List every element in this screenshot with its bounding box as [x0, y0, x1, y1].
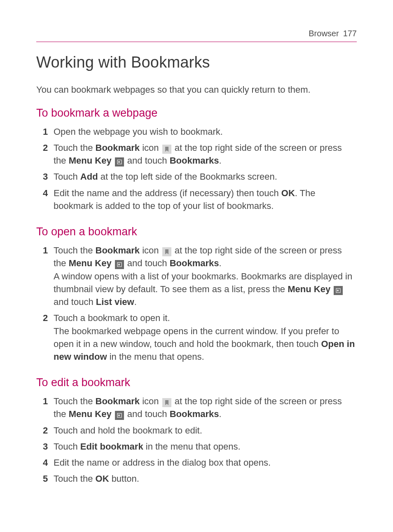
svg-rect-5 [337, 290, 339, 291]
s1-step-2: 2 Touch the Bookmark icon at the top rig… [36, 141, 357, 167]
section-bookmark-webpage-heading: To bookmark a webpage [36, 107, 357, 120]
section-edit-bookmark-heading: To edit a bookmark [36, 376, 357, 389]
menu-key-icon [334, 286, 343, 295]
menu-key-icon [115, 157, 124, 166]
s3-step-4-text: Edit the name or address in the dialog b… [54, 456, 357, 469]
menu-key-icon [115, 260, 124, 269]
bookmark-icon [162, 247, 171, 256]
section-open-bookmark-heading: To open a bookmark [36, 225, 357, 238]
menu-key-icon [115, 411, 124, 420]
s3-step-1: 1 Touch the Bookmark icon at the top rig… [36, 395, 357, 420]
s1-step-3: 3 Touch Add at the top left side of the … [36, 170, 357, 183]
page-content: Browser 177 Working with Bookmarks You c… [0, 0, 393, 485]
svg-rect-7 [118, 415, 120, 416]
s3-step-2: 2 Touch and hold the bookmark to edit. [36, 424, 357, 437]
bookmark-icon [162, 145, 171, 154]
s3-step-4: 4 Edit the name or address in the dialog… [36, 456, 357, 469]
intro-text: You can bookmark webpages so that you ca… [36, 84, 357, 96]
header-page-number: 177 [343, 29, 357, 38]
s3-step-5: 5 Touch the OK button. [36, 472, 357, 485]
svg-rect-1 [118, 161, 120, 163]
s3-step-2-text: Touch and hold the bookmark to edit. [54, 424, 357, 437]
s1-step-1: 1 Open the webpage you wish to bookmark. [36, 125, 357, 138]
svg-rect-3 [118, 264, 120, 265]
s1-step-1-text: Open the webpage you wish to bookmark. [54, 125, 357, 138]
s2-step-1: 1 Touch the Bookmark icon at the top rig… [36, 244, 357, 308]
s1-step-4: 4 Edit the name and the address (if nece… [36, 187, 357, 212]
bookmark-icon [162, 398, 171, 407]
s2-step-2: 2 Touch a bookmark to open it. The bookm… [36, 312, 357, 363]
header-section: Browser [309, 29, 339, 38]
page-header: Browser 177 [36, 29, 357, 42]
s3-step-3: 3 Touch Edit bookmark in the menu that o… [36, 440, 357, 453]
page-title: Working with Bookmarks [36, 54, 357, 71]
